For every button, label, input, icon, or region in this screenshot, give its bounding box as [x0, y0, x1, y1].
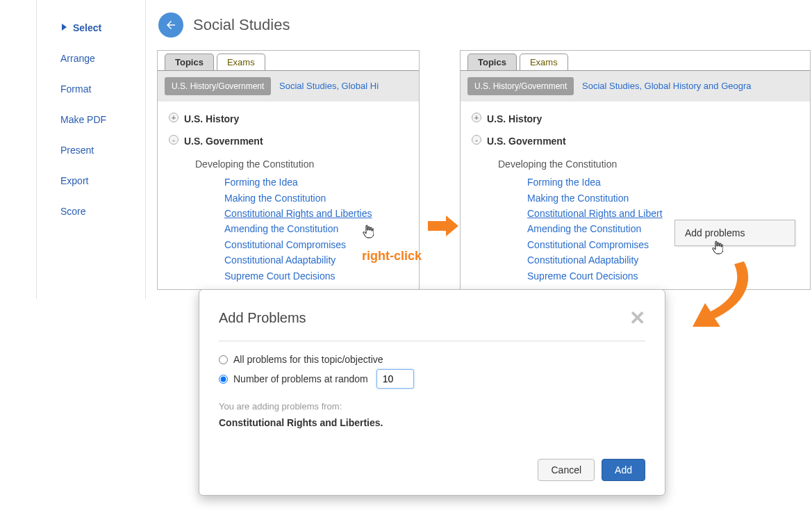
tree-root-us-government[interactable]: - U.S. Government [472, 133, 799, 149]
tab-bar: Topics Exams [461, 51, 810, 70]
subject-pill-us-history-gov[interactable]: U.S. History/Government [165, 77, 271, 95]
sidebar-item-arrange[interactable]: Arrange [37, 43, 145, 74]
collapse-icon[interactable]: - [169, 135, 179, 145]
tree-root-label: U.S. History [184, 113, 239, 124]
topic-link[interactable]: Forming the Idea [472, 174, 799, 190]
tree-root-us-history[interactable]: + U.S. History [472, 111, 799, 127]
close-icon: ✕ [629, 307, 645, 329]
radio-all-label: All problems for this topic/objective [233, 354, 383, 365]
arrow-left-icon [165, 19, 177, 31]
radio-random-row[interactable]: Number of problems at random [219, 369, 645, 389]
tab-bar: Topics Exams [158, 51, 419, 70]
sidebar-label: Select [73, 22, 101, 33]
dialog-header: Add Problems ✕ [219, 307, 645, 341]
dialog-title: Add Problems [219, 310, 306, 326]
sidebar: Select Arrange Format Make PDF Present E… [36, 0, 146, 299]
page-header: Social Studies [158, 13, 290, 38]
radio-random[interactable] [219, 375, 228, 384]
dialog-topic: Constitutional Rights and Liberties. [219, 417, 645, 428]
tree-subheading: Developing the Constitution [472, 156, 799, 172]
radio-all-problems-row[interactable]: All problems for this topic/objective [219, 354, 645, 365]
active-marker-icon [62, 24, 67, 31]
dialog-close-button[interactable]: ✕ [629, 307, 645, 330]
page-title: Social Studies [193, 16, 290, 34]
sidebar-item-format[interactable]: Format [37, 74, 145, 104]
annotation-arrow-curve-icon [687, 259, 756, 335]
annotation-arrow-right-icon [428, 216, 458, 236]
sidebar-item-score[interactable]: Score [37, 196, 145, 227]
dialog-hint: You are adding problems from: [219, 401, 645, 412]
radio-random-label: Number of problems at random [233, 373, 368, 384]
cancel-button[interactable]: Cancel [538, 459, 595, 481]
tree-subheading: Developing the Constitution [169, 156, 408, 172]
topic-link[interactable]: Making the Constitution [472, 190, 799, 206]
add-button[interactable]: Add [602, 459, 645, 481]
topic-link-selected[interactable]: Constitutional Rights and Liberties [169, 206, 408, 221]
topic-tree: + U.S. History - U.S. Government Develop… [158, 101, 419, 293]
radio-all-problems[interactable] [219, 355, 228, 364]
expand-icon[interactable]: + [169, 113, 179, 122]
topic-link-selected[interactable]: Constitutional Rights and Libert [472, 206, 799, 221]
sidebar-item-export[interactable]: Export [37, 165, 145, 196]
tree-root-us-history[interactable]: + U.S. History [169, 111, 408, 127]
tree-root-label: U.S. Government [487, 136, 566, 147]
sidebar-label: Arrange [60, 53, 95, 64]
sidebar-label: Export [60, 175, 88, 186]
subject-link-global[interactable]: Social Studies, Global History and Geogr… [582, 81, 752, 91]
topic-link[interactable]: Forming the Idea [169, 174, 408, 190]
sidebar-item-select[interactable]: Select [37, 13, 145, 43]
topic-tree: + U.S. History - U.S. Government Develop… [461, 101, 810, 293]
tab-topics[interactable]: Topics [165, 54, 214, 70]
sidebar-label: Make PDF [60, 114, 106, 125]
sidebar-item-makepdf[interactable]: Make PDF [37, 104, 145, 135]
sidebar-label: Present [60, 145, 94, 156]
collapse-icon[interactable]: - [472, 135, 481, 145]
tab-exams[interactable]: Exams [217, 54, 265, 70]
topic-link[interactable]: Amending the Constitution [169, 221, 408, 236]
subject-pill-us-history-gov[interactable]: U.S. History/Government [467, 77, 574, 95]
expand-icon[interactable]: + [472, 113, 481, 122]
sidebar-label: Score [60, 206, 86, 217]
sidebar-label: Format [60, 83, 91, 95]
tree-root-label: U.S. Government [184, 136, 263, 147]
tree-root-label: U.S. History [487, 113, 542, 124]
subject-bar: U.S. History/Government Social Studies, … [461, 70, 810, 101]
annotation-right-click-label: right-click [362, 249, 422, 263]
add-problems-dialog: Add Problems ✕ All problems for this top… [199, 289, 665, 496]
tab-topics[interactable]: Topics [467, 54, 517, 70]
tab-exams[interactable]: Exams [520, 54, 568, 70]
tree-root-us-government[interactable]: - U.S. Government [169, 133, 408, 149]
random-count-input[interactable] [376, 369, 414, 389]
context-menu-add-problems[interactable]: Add problems [674, 220, 795, 246]
topics-panel-right: Topics Exams U.S. History/Government Soc… [460, 50, 811, 290]
dialog-footer: Cancel Add [219, 459, 645, 481]
subject-bar: U.S. History/Government Social Studies, … [158, 70, 419, 101]
subject-link-global[interactable]: Social Studies, Global Hi [279, 81, 379, 91]
topic-link[interactable]: Supreme Court Decisions [169, 268, 408, 284]
back-button[interactable] [158, 13, 183, 38]
topic-link[interactable]: Making the Constitution [169, 190, 408, 206]
sidebar-item-present[interactable]: Present [37, 135, 145, 165]
